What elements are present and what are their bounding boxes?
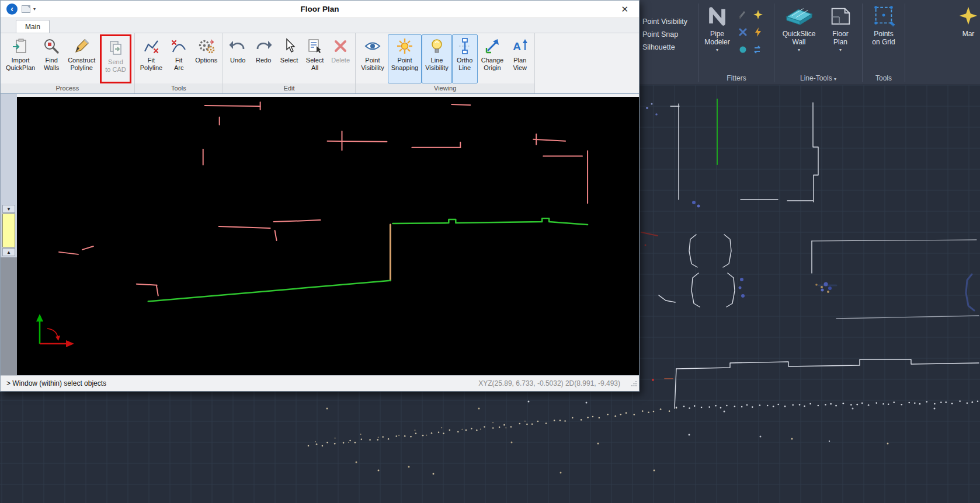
highlight-box: Send to CAD [100,34,131,83]
pipe-modeler-button[interactable]: Pipe Modeler ▾ [699,2,735,54]
left-panel-lower [1,257,17,375]
fit-polyline-button[interactable]: Fit Polyline [137,34,166,83]
line-visibility-button[interactable]: Line Visibility [422,34,452,83]
chevron-down-icon: ▾ [839,47,842,53]
group-label-process: Process [1,83,134,93]
ortho-line-button[interactable]: Ortho Line [452,34,478,83]
eye-icon [364,37,381,55]
options-button[interactable]: Options [192,34,221,83]
axis-gizmo [34,312,77,351]
left-panel: ▼ ▲ [1,94,17,375]
svg-text:A: A [513,40,521,53]
fitters-icon-grid [735,2,766,58]
color-swatch[interactable] [2,214,15,247]
delete-button[interactable]: Delete [328,34,353,83]
group-line-tools: QuickSlice Wall ▾ Floor Plan ▾ Line-Tool… [774,0,862,85]
sparkle-icon [957,4,980,28]
plan-canvas[interactable] [17,97,639,375]
lightning-icon[interactable] [753,27,763,37]
dialog-title: Floor Plan [1,5,639,13]
change-origin-icon [484,37,501,55]
point-snapping-button[interactable]: Point Snapping [388,34,422,83]
tab-main[interactable]: Main [16,20,50,33]
plan-view-icon: A [511,37,529,55]
quickslice-wall-button[interactable]: QuickSlice Wall ▾ [778,2,820,54]
points-on-grid-icon [871,4,896,28]
fit-arc-button[interactable]: Fit Arc [166,34,192,83]
select-cursor-icon [280,37,298,55]
delete-icon [332,37,349,55]
lightbulb-icon [428,37,446,55]
swap-arrows-icon[interactable] [753,44,763,55]
sun-icon [396,37,413,55]
pipe-modeler-icon [704,4,730,28]
brush-icon[interactable] [738,9,748,20]
point-visibility-button[interactable]: Point Visibility [357,34,388,83]
undo-icon [229,37,246,55]
floor-plan-button[interactable]: Floor Plan ▾ [822,2,859,54]
xmark-icon[interactable] [738,27,748,37]
status-coordinates: XYZ(25.89, 6.733, -0.5032) 2D(8.991, -9.… [478,379,631,387]
redo-icon [255,37,272,55]
dialog-body: ▼ ▲ [1,94,639,375]
ribbon-group-tools: Fit Polyline Fit Arc [135,33,223,93]
group-label-viewing: Viewing [356,83,534,93]
sparkle-icon[interactable] [753,9,763,20]
send-to-cad-icon [107,39,124,57]
select-all-icon [306,37,324,55]
title-bar: ‹ ▾ Floor Plan ✕ [1,1,639,18]
import-quickplan-icon [12,37,29,55]
construct-polyline-button[interactable]: Construct Polyline [64,34,99,83]
scroll-up-button[interactable]: ▲ [2,248,15,256]
chevron-down-icon: ▾ [834,76,836,82]
toggle-point-snap[interactable]: Point Snap [642,30,698,39]
background-toggle-list: Point Visibility Point Snap Silhouette [640,0,698,85]
group-label-tools: Tools [135,83,223,93]
resize-grip-icon[interactable] [631,379,637,389]
toggle-point-visibility[interactable]: Point Visibility [642,18,698,26]
group-truncated: Mar [937,0,980,85]
fit-arc-icon [170,37,187,55]
points-on-grid-button[interactable]: Points on Grid [864,2,903,48]
change-origin-button[interactable]: Change Origin [478,34,508,83]
plan-view-button[interactable]: A Plan View [507,34,533,83]
send-to-cad-button[interactable]: Send to CAD [102,36,129,82]
group-label-line-tools[interactable]: Line-Tools ▾ [774,73,862,85]
redo-button[interactable]: Redo [251,34,276,83]
select-all-button[interactable]: Select All [302,34,328,83]
tab-bar: Main [1,18,639,33]
ribbon-group-edit: Undo Redo [223,33,356,93]
close-button[interactable]: ✕ [616,3,633,16]
ribbon-group-viewing: Point Visibility Point Snapping [356,33,535,93]
circle-icon[interactable] [738,44,748,55]
ribbon-group-process: Import QuickPlan Find Walls [1,33,135,93]
status-bar: > Window (within) select objects XYZ(25.… [1,375,639,391]
construct-polyline-icon [73,37,91,55]
ribbon-empty-space [535,33,639,93]
floor-plan-icon [828,4,853,28]
chevron-down-icon: ▾ [716,47,718,53]
toggle-silhouette[interactable]: Silhouette [642,43,698,51]
import-quickplan-button[interactable]: Import QuickPlan [2,34,39,83]
group-fitters: Pipe Modeler ▾ Fitters [699,0,774,85]
ribbon-separator [905,4,905,82]
group-label-edit: Edit [223,83,355,93]
quickslice-wall-icon [783,4,815,28]
find-walls-button[interactable]: Find Walls [39,34,64,83]
floor-plan-dialog: ‹ ▾ Floor Plan ✕ Main Import QuickP [0,0,640,392]
undo-button[interactable]: Undo [225,34,251,83]
scroll-down-button[interactable]: ▼ [2,205,15,213]
chevron-down-icon: ▾ [798,47,800,53]
dialog-ribbon: Import QuickPlan Find Walls [1,33,639,94]
group-tools: Points on Grid Tools [863,0,905,85]
find-walls-icon [43,37,60,55]
background-ribbon: Point Visibility Point Snap Silhouette P… [640,0,980,85]
select-button[interactable]: Select [276,34,302,83]
ortho-line-icon [456,37,474,55]
truncated-button[interactable]: Mar [954,2,980,39]
options-icon [197,37,215,55]
group-label-fitters[interactable]: Fitters [699,73,774,85]
status-prompt: > Window (within) select objects [6,379,106,387]
fit-polyline-icon [143,37,160,55]
group-label-tools[interactable]: Tools [863,73,905,85]
